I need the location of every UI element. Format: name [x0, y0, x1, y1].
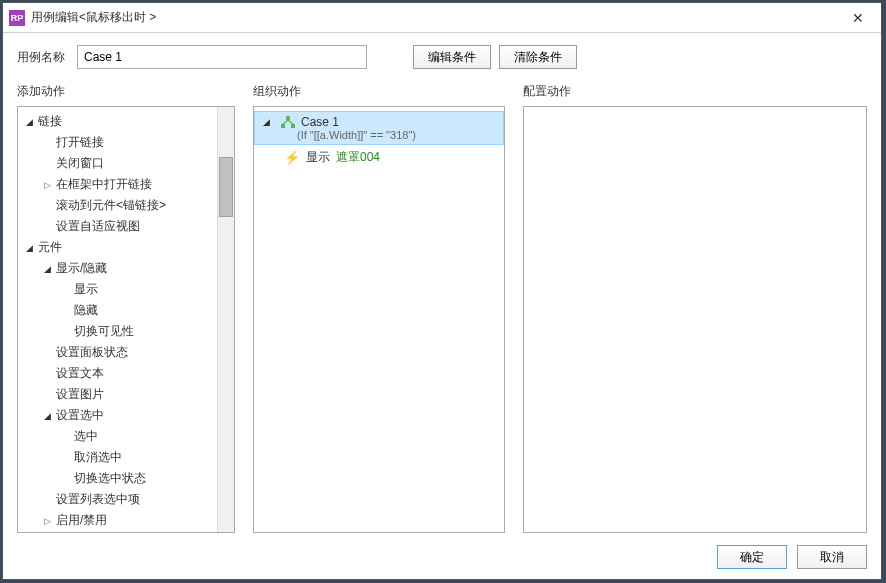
scrollbar[interactable] [217, 107, 234, 532]
tree-item-label: 启用/禁用 [56, 512, 107, 529]
titlebar: RP 用例编辑<鼠标移出时 > ✕ [3, 3, 881, 33]
tree-item[interactable]: 切换选中状态 [18, 468, 217, 489]
svg-rect-2 [291, 124, 295, 128]
case-name-text: Case 1 [301, 115, 339, 129]
tree-item[interactable]: 启用/禁用 [18, 510, 217, 531]
action-target-link[interactable]: 遮罩004 [336, 149, 380, 166]
case-name-input[interactable] [77, 45, 367, 69]
window-title: 用例编辑<鼠标移出时 > [31, 9, 835, 26]
edit-condition-button[interactable]: 编辑条件 [413, 45, 491, 69]
tree-item[interactable]: 滚动到元件<锚链接> [18, 195, 217, 216]
tree-item-label: 关闭窗口 [56, 155, 104, 172]
dialog-window: RP 用例编辑<鼠标移出时 > ✕ 用例名称 编辑条件 清除条件 添加动作 链接… [2, 2, 882, 580]
tree-item-label: 切换可见性 [74, 323, 134, 340]
clear-condition-button[interactable]: 清除条件 [499, 45, 577, 69]
tree-item[interactable]: 打开链接 [18, 132, 217, 153]
tree-item-label: 设置图片 [56, 386, 104, 403]
svg-rect-0 [286, 116, 290, 120]
tree-item[interactable]: 设置选中 [18, 405, 217, 426]
footer: 确定 取消 [17, 541, 867, 569]
tree-item-label: 设置自适应视图 [56, 218, 140, 235]
tree-item-label: 隐藏 [74, 302, 98, 319]
case-row[interactable]: Case 1 (If "[[a.Width]]" == "318") [254, 111, 504, 145]
tree-item[interactable]: 取消选中 [18, 447, 217, 468]
tree-item[interactable]: 选中 [18, 426, 217, 447]
collapse-icon[interactable] [44, 411, 54, 421]
expand-icon[interactable] [44, 180, 54, 190]
tree-item[interactable]: 设置自适应视图 [18, 216, 217, 237]
tree-item-label: 打开链接 [56, 134, 104, 151]
case-condition-text: (If "[[a.Width]]" == "318") [297, 129, 497, 141]
action-row[interactable]: ⚡ 显示 遮罩004 [254, 145, 504, 170]
collapse-icon[interactable] [44, 264, 54, 274]
tree-item[interactable]: 隐藏 [18, 300, 217, 321]
tree-item-label: 链接 [38, 113, 62, 130]
tree-item-label: 设置面板状态 [56, 344, 128, 361]
case-flow-icon [281, 116, 295, 128]
expand-icon[interactable] [44, 516, 54, 526]
scrollbar-thumb[interactable] [219, 157, 233, 217]
svg-rect-1 [281, 124, 285, 128]
tree-item[interactable]: 设置图片 [18, 384, 217, 405]
tree-item-label: 取消选中 [74, 449, 122, 466]
bolt-icon: ⚡ [284, 150, 300, 165]
name-row: 用例名称 编辑条件 清除条件 [17, 45, 867, 69]
tree-item-label: 选中 [74, 428, 98, 445]
case-name-label: 用例名称 [17, 49, 65, 66]
tree-item[interactable]: 设置面板状态 [18, 342, 217, 363]
tree-item[interactable]: 设置文本 [18, 363, 217, 384]
tree-item[interactable]: 显示 [18, 279, 217, 300]
app-icon: RP [9, 10, 25, 26]
configure-action-column: 配置动作 [523, 83, 867, 533]
tree-item[interactable]: 移动 [18, 531, 217, 532]
columns: 添加动作 链接打开链接关闭窗口在框架中打开链接滚动到元件<锚链接>设置自适应视图… [17, 83, 867, 533]
action-tree[interactable]: 链接打开链接关闭窗口在框架中打开链接滚动到元件<锚链接>设置自适应视图元件显示/… [18, 107, 234, 532]
tree-item-label: 设置选中 [56, 407, 104, 424]
add-action-column: 添加动作 链接打开链接关闭窗口在框架中打开链接滚动到元件<锚链接>设置自适应视图… [17, 83, 235, 533]
cancel-button[interactable]: 取消 [797, 545, 867, 569]
tree-item[interactable]: 链接 [18, 111, 217, 132]
tree-item-label: 滚动到元件<锚链接> [56, 197, 166, 214]
configure-action-box [523, 106, 867, 533]
add-action-label: 添加动作 [17, 83, 235, 100]
collapse-icon[interactable] [26, 243, 36, 253]
tree-item-label: 显示 [74, 281, 98, 298]
tree-item[interactable]: 设置列表选中项 [18, 489, 217, 510]
content-area: 用例名称 编辑条件 清除条件 添加动作 链接打开链接关闭窗口在框架中打开链接滚动… [3, 33, 881, 579]
tree-item[interactable]: 关闭窗口 [18, 153, 217, 174]
tree-item[interactable]: 元件 [18, 237, 217, 258]
collapse-icon[interactable] [26, 117, 36, 127]
tree-item-label: 元件 [38, 239, 62, 256]
organize-action-box: Case 1 (If "[[a.Width]]" == "318") ⚡ 显示 … [253, 106, 505, 533]
action-prefix: 显示 [306, 149, 330, 166]
add-action-box: 链接打开链接关闭窗口在框架中打开链接滚动到元件<锚链接>设置自适应视图元件显示/… [17, 106, 235, 533]
tree-item-label: 切换选中状态 [74, 470, 146, 487]
tree-item-label: 在框架中打开链接 [56, 176, 152, 193]
tree-item-label: 显示/隐藏 [56, 260, 107, 277]
tree-item-label: 设置文本 [56, 365, 104, 382]
tree-item[interactable]: 在框架中打开链接 [18, 174, 217, 195]
tree-item[interactable]: 显示/隐藏 [18, 258, 217, 279]
expand-icon[interactable] [263, 117, 273, 127]
ok-button[interactable]: 确定 [717, 545, 787, 569]
tree-item-label: 设置列表选中项 [56, 491, 140, 508]
tree-item[interactable]: 切换可见性 [18, 321, 217, 342]
configure-action-label: 配置动作 [523, 83, 867, 100]
organize-action-label: 组织动作 [253, 83, 505, 100]
close-button[interactable]: ✕ [835, 3, 881, 33]
organize-action-column: 组织动作 Case 1 (If "[[a.Width]]" == "318 [253, 83, 505, 533]
